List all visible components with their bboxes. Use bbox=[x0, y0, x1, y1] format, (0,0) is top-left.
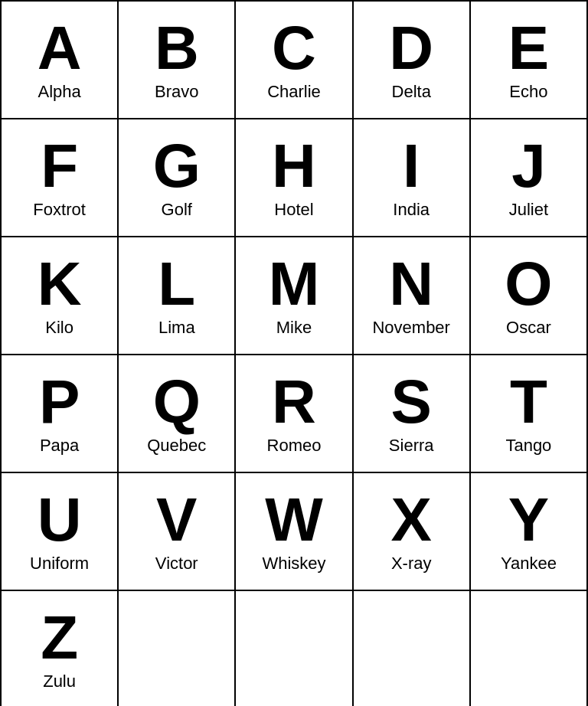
cell-j: JJuliet bbox=[471, 119, 588, 237]
word-foxtrot: Foxtrot bbox=[33, 200, 85, 220]
cell-k: KKilo bbox=[2, 237, 119, 355]
letter-f: F bbox=[41, 136, 78, 197]
word-uniform: Uniform bbox=[30, 554, 89, 574]
word-alpha: Alpha bbox=[38, 82, 80, 102]
letter-w: W bbox=[265, 489, 323, 551]
cell-b: BBravo bbox=[119, 2, 236, 119]
cell-z: ZZulu bbox=[2, 591, 119, 706]
word-hotel: Hotel bbox=[274, 200, 313, 220]
word-kilo: Kilo bbox=[45, 318, 74, 338]
cell-q: QQuebec bbox=[119, 355, 236, 473]
word-golf: Golf bbox=[162, 200, 192, 220]
cell-i: IIndia bbox=[354, 119, 471, 237]
letter-j: J bbox=[511, 136, 546, 197]
letter-u: U bbox=[38, 489, 82, 551]
letter-r: R bbox=[272, 371, 316, 433]
nato-alphabet-grid: AAlphaBBravoCCharlieDDeltaEEchoFFoxtrotG… bbox=[0, 0, 588, 706]
letter-q: Q bbox=[153, 371, 201, 433]
empty-cell-0 bbox=[119, 591, 236, 706]
word-bravo: Bravo bbox=[155, 82, 198, 102]
letter-k: K bbox=[38, 253, 82, 315]
letter-s: S bbox=[391, 371, 432, 433]
word-india: India bbox=[393, 200, 430, 220]
cell-h: HHotel bbox=[236, 119, 353, 237]
letter-z: Z bbox=[41, 607, 78, 668]
cell-o: OOscar bbox=[471, 237, 588, 355]
word-sierra: Sierra bbox=[389, 436, 434, 456]
word-romeo: Romeo bbox=[267, 436, 322, 456]
empty-cell-1 bbox=[236, 591, 353, 706]
cell-d: DDelta bbox=[354, 2, 471, 119]
letter-v: V bbox=[156, 489, 197, 551]
word-lima: Lima bbox=[158, 318, 195, 338]
word-papa: Papa bbox=[40, 436, 79, 456]
word-whiskey: Whiskey bbox=[262, 554, 325, 574]
letter-e: E bbox=[508, 18, 549, 79]
letter-p: P bbox=[39, 371, 80, 433]
letter-t: T bbox=[510, 371, 547, 433]
word-quebec: Quebec bbox=[147, 436, 206, 456]
word-mike: Mike bbox=[276, 318, 312, 338]
cell-s: SSierra bbox=[354, 355, 471, 473]
letter-y: Y bbox=[508, 489, 549, 551]
letter-a: A bbox=[38, 18, 82, 79]
cell-w: WWhiskey bbox=[236, 473, 353, 591]
letter-d: D bbox=[389, 18, 433, 79]
cell-v: VVictor bbox=[119, 473, 236, 591]
empty-cell-3 bbox=[471, 591, 588, 706]
word-echo: Echo bbox=[509, 82, 547, 102]
cell-n: NNovember bbox=[354, 237, 471, 355]
letter-h: H bbox=[272, 136, 316, 197]
cell-x: XX-ray bbox=[354, 473, 471, 591]
word-x-ray: X-ray bbox=[391, 554, 432, 574]
word-charlie: Charlie bbox=[267, 82, 321, 102]
word-zulu: Zulu bbox=[43, 672, 76, 691]
cell-c: CCharlie bbox=[236, 2, 353, 119]
letter-o: O bbox=[505, 253, 552, 315]
cell-u: UUniform bbox=[2, 473, 119, 591]
cell-r: RRomeo bbox=[236, 355, 353, 473]
word-victor: Victor bbox=[155, 554, 198, 574]
word-november: November bbox=[372, 318, 449, 338]
cell-a: AAlpha bbox=[2, 2, 119, 119]
letter-b: B bbox=[155, 18, 199, 79]
cell-t: TTango bbox=[471, 355, 588, 473]
cell-l: LLima bbox=[119, 237, 236, 355]
empty-cell-2 bbox=[354, 591, 471, 706]
letter-g: G bbox=[153, 136, 201, 197]
letter-m: M bbox=[269, 253, 320, 315]
cell-y: YYankee bbox=[471, 473, 588, 591]
letter-l: L bbox=[158, 253, 195, 315]
cell-g: GGolf bbox=[119, 119, 236, 237]
letter-x: X bbox=[391, 489, 432, 551]
cell-e: EEcho bbox=[471, 2, 588, 119]
word-oscar: Oscar bbox=[506, 318, 551, 338]
letter-c: C bbox=[272, 18, 316, 79]
letter-n: N bbox=[389, 253, 433, 315]
word-delta: Delta bbox=[392, 82, 431, 102]
cell-m: MMike bbox=[236, 237, 353, 355]
word-tango: Tango bbox=[505, 436, 551, 456]
word-juliet: Juliet bbox=[509, 200, 548, 220]
cell-p: PPapa bbox=[2, 355, 119, 473]
word-yankee: Yankee bbox=[501, 554, 557, 574]
letter-i: I bbox=[403, 136, 420, 197]
cell-f: FFoxtrot bbox=[2, 119, 119, 237]
